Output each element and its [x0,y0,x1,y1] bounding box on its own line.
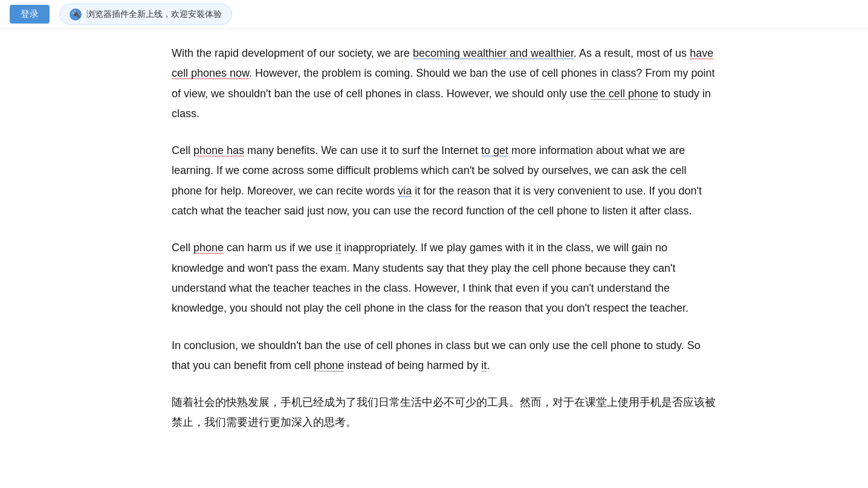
main-content: With the rapid development of our societ… [172,29,716,474]
paragraph-5-cn: 随着社会的快熟发展，手机已经成为了我们日常生活中必不可少的工具。然而，对于在课堂… [172,393,716,433]
paragraph-1: With the rapid development of our societ… [172,43,716,124]
plugin-banner-text: 浏览器插件全新上线，欢迎安装体验 [86,7,222,22]
underline-to-get: to get [481,144,508,156]
plugin-icon: 🔌 [70,8,82,21]
paragraph-4: In conclusion, we shouldn't ban the use … [172,336,716,376]
paragraph-2: Cell phone has many benefits. We can use… [172,141,716,221]
underline-the-cell-phone: the cell phone [591,88,658,100]
underline-phone-conclusion: phone [314,359,344,371]
plugin-banner[interactable]: 🔌 浏览器插件全新上线，欢迎安装体验 [59,4,232,25]
underline-phone-has: phone has [193,144,244,156]
underline-it: it [335,242,341,254]
paragraph-3: Cell phone can harm us if we use it inap… [172,238,716,318]
underline-becoming-wealthier: becoming wealthier and wealthier [413,47,574,59]
underline-phone-harm: phone [193,242,224,254]
login-button[interactable]: 登录 [10,5,50,24]
underline-via: via [398,185,412,197]
underline-it-conclusion: it [481,359,487,371]
top-bar: 登录 🔌 浏览器插件全新上线，欢迎安装体验 [0,0,868,29]
